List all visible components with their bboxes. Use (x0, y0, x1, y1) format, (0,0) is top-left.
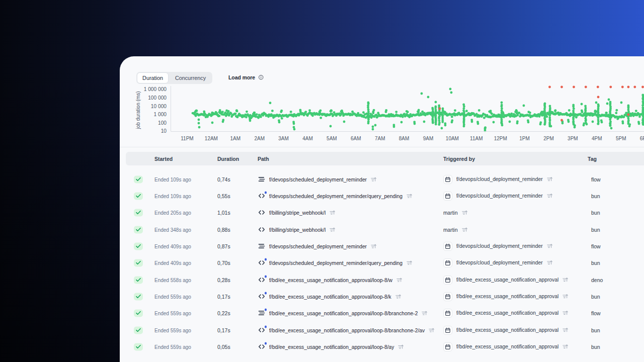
svg-text:7AM: 7AM (375, 136, 385, 141)
svg-text:job duration (ms): job duration (ms) (135, 91, 141, 129)
svg-text:100: 100 (158, 120, 167, 126)
svg-text:10: 10 (161, 128, 167, 134)
svg-text:6PM: 6PM (640, 136, 644, 141)
svg-text:1PM: 1PM (519, 136, 530, 141)
svg-text:3AM: 3AM (278, 136, 289, 141)
svg-text:1 000: 1 000 (154, 112, 167, 117)
svg-text:5PM: 5PM (616, 136, 626, 141)
svg-text:4AM: 4AM (302, 136, 313, 141)
svg-text:1AM: 1AM (230, 136, 241, 141)
svg-text:1 000 000: 1 000 000 (144, 86, 167, 92)
svg-text:8AM: 8AM (399, 136, 410, 141)
svg-text:9AM: 9AM (423, 136, 434, 141)
svg-text:11AM: 11AM (470, 136, 482, 141)
svg-text:5AM: 5AM (327, 136, 337, 141)
svg-text:6AM: 6AM (351, 136, 361, 141)
svg-text:3PM: 3PM (568, 136, 578, 141)
svg-text:2AM: 2AM (254, 136, 265, 141)
svg-text:10AM: 10AM (446, 136, 459, 141)
svg-text:12AM: 12AM (205, 136, 218, 141)
svg-text:10 000: 10 000 (151, 104, 167, 109)
svg-text:11PM: 11PM (181, 136, 193, 141)
svg-text:12PM: 12PM (494, 136, 507, 141)
svg-text:2PM: 2PM (543, 136, 554, 141)
svg-text:4PM: 4PM (592, 136, 602, 141)
svg-text:100 000: 100 000 (148, 95, 167, 101)
